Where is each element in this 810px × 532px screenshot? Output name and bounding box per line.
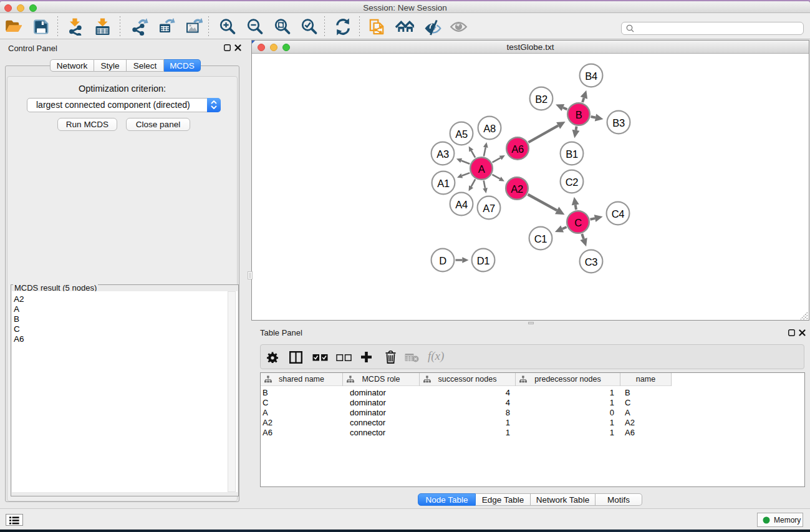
- svg-text:B2: B2: [535, 94, 547, 105]
- svg-text:C1: C1: [534, 233, 547, 244]
- svg-text:B3: B3: [612, 117, 625, 128]
- svg-text:C2: C2: [566, 177, 579, 188]
- svg-text:A8: A8: [483, 123, 496, 134]
- svg-text:A1: A1: [437, 178, 450, 189]
- svg-text:B1: B1: [566, 148, 578, 160]
- svg-text:C4: C4: [612, 208, 625, 220]
- svg-text:A: A: [478, 163, 485, 175]
- svg-text:A3: A3: [436, 148, 449, 160]
- svg-text:A2: A2: [511, 183, 523, 195]
- svg-text:A5: A5: [455, 128, 468, 140]
- svg-text:B: B: [576, 109, 582, 120]
- svg-text:D1: D1: [477, 255, 490, 266]
- svg-text:B4: B4: [585, 70, 597, 82]
- svg-text:C3: C3: [585, 256, 598, 268]
- svg-text:A6: A6: [511, 143, 524, 155]
- svg-text:A7: A7: [483, 203, 495, 214]
- svg-text:D: D: [439, 255, 446, 266]
- svg-text:A4: A4: [455, 199, 468, 210]
- svg-text:C: C: [574, 217, 582, 228]
